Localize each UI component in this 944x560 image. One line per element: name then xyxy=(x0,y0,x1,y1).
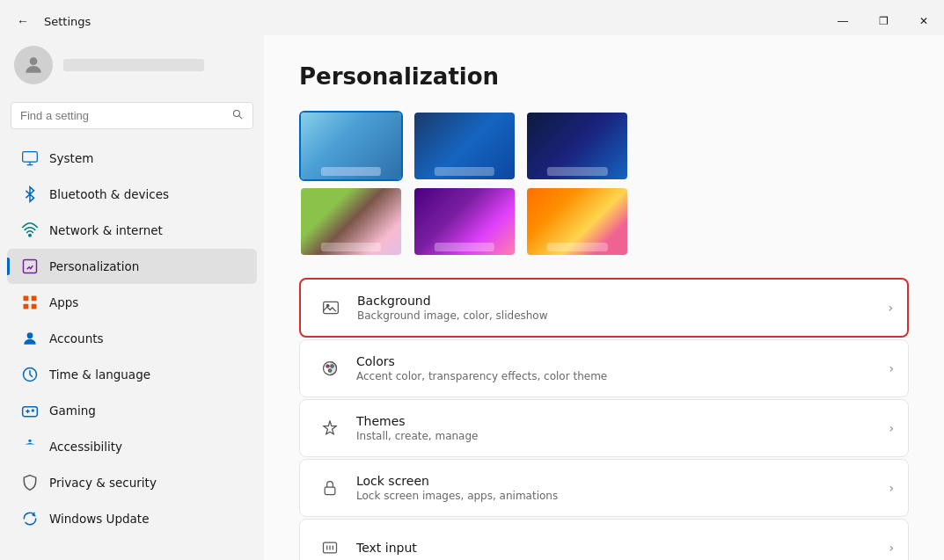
search-input[interactable] xyxy=(20,109,224,122)
wallpaper-item-4[interactable] xyxy=(299,186,403,257)
svg-point-13 xyxy=(28,440,31,442)
settings-item-background[interactable]: Background Background image, color, slid… xyxy=(299,278,909,338)
svg-point-4 xyxy=(29,235,32,237)
wallpaper-item-1[interactable] xyxy=(299,111,403,181)
svg-point-15 xyxy=(326,304,329,307)
svg-point-18 xyxy=(331,365,333,367)
page-title: Personalization xyxy=(299,63,909,90)
svg-rect-6 xyxy=(24,296,29,302)
svg-rect-9 xyxy=(32,304,37,309)
themes-icon xyxy=(314,412,346,444)
textinput-chevron: › xyxy=(889,541,894,555)
username-placeholder xyxy=(63,59,204,71)
colors-title: Colors xyxy=(356,354,889,368)
wallpaper-grid xyxy=(299,111,633,257)
sidebar-item-network[interactable]: Network & internet xyxy=(7,213,257,248)
user-section xyxy=(0,35,264,98)
themes-title: Themes xyxy=(356,414,889,428)
sidebar-item-bluetooth[interactable]: Bluetooth & devices xyxy=(7,177,257,212)
main-container: System Bluetooth & devices Network & int… xyxy=(0,35,944,560)
textinput-title: Text input xyxy=(356,541,889,555)
svg-rect-8 xyxy=(24,304,29,309)
search-icon xyxy=(231,108,244,123)
colors-text: Colors Accent color, transparency effect… xyxy=(356,354,889,382)
textinput-text: Text input xyxy=(356,541,889,555)
personalization-icon xyxy=(21,258,39,275)
sidebar-item-apps[interactable]: Apps xyxy=(7,285,257,320)
lockscreen-chevron: › xyxy=(889,481,894,495)
svg-rect-7 xyxy=(32,296,37,302)
window-controls: — ❐ ✕ xyxy=(823,7,944,35)
accounts-icon xyxy=(21,330,39,347)
gaming-icon xyxy=(21,402,39,419)
settings-list: Background Background image, color, slid… xyxy=(299,278,909,560)
themes-desc: Install, create, manage xyxy=(356,430,889,442)
settings-item-textinput[interactable]: Text input › xyxy=(299,519,909,560)
sidebar-item-accessibility[interactable]: Accessibility xyxy=(7,429,257,464)
background-text: Background Background image, color, slid… xyxy=(357,294,888,322)
system-icon xyxy=(21,149,39,167)
settings-item-themes[interactable]: Themes Install, create, manage › xyxy=(299,399,909,457)
accessibility-icon xyxy=(21,438,39,455)
privacy-icon xyxy=(21,474,39,491)
sidebar: System Bluetooth & devices Network & int… xyxy=(0,35,264,560)
apps-icon xyxy=(21,294,39,311)
search-box[interactable] xyxy=(11,102,253,129)
textinput-icon xyxy=(314,532,346,560)
svg-rect-12 xyxy=(23,407,38,417)
lockscreen-title: Lock screen xyxy=(356,474,889,488)
settings-item-colors[interactable]: Colors Accent color, transparency effect… xyxy=(299,339,909,397)
sidebar-nav: System Bluetooth & devices Network & int… xyxy=(0,140,264,537)
wallpaper-item-2[interactable] xyxy=(413,111,516,181)
sidebar-item-privacy[interactable]: Privacy & security xyxy=(7,465,257,500)
sidebar-item-accounts[interactable]: Accounts xyxy=(7,321,257,356)
search-container xyxy=(0,98,264,140)
minimize-button[interactable]: — xyxy=(823,7,863,35)
sidebar-item-system[interactable]: System xyxy=(7,141,257,176)
wallpaper-item-3[interactable] xyxy=(525,111,629,181)
close-button[interactable]: ✕ xyxy=(904,7,944,35)
avatar xyxy=(14,46,53,84)
background-chevron: › xyxy=(888,301,893,315)
background-icon xyxy=(315,292,347,324)
sidebar-item-update[interactable]: Windows Update xyxy=(7,501,257,536)
svg-point-0 xyxy=(30,57,38,65)
back-button[interactable]: ← xyxy=(11,9,35,33)
settings-item-lockscreen[interactable]: Lock screen Lock screen images, apps, an… xyxy=(299,459,909,517)
themes-chevron: › xyxy=(889,421,894,435)
svg-point-17 xyxy=(326,365,329,367)
wallpaper-item-5[interactable] xyxy=(413,186,516,257)
colors-icon xyxy=(314,353,346,384)
titlebar: ← Settings — ❐ ✕ xyxy=(0,0,944,35)
background-desc: Background image, color, slideshow xyxy=(357,309,888,322)
svg-point-10 xyxy=(27,332,33,338)
background-title: Background xyxy=(357,294,888,308)
themes-text: Themes Install, create, manage xyxy=(356,414,889,442)
titlebar-left: ← Settings xyxy=(0,9,91,33)
colors-desc: Accent color, transparency effects, colo… xyxy=(356,370,889,382)
app-title: Settings xyxy=(44,15,91,28)
network-icon xyxy=(21,222,39,239)
svg-rect-20 xyxy=(325,487,335,494)
update-icon xyxy=(21,510,39,527)
time-icon xyxy=(21,366,39,383)
sidebar-item-time[interactable]: Time & language xyxy=(7,357,257,392)
svg-point-19 xyxy=(328,369,331,372)
sidebar-item-gaming[interactable]: Gaming xyxy=(7,393,257,428)
maximize-button[interactable]: ❐ xyxy=(863,7,904,35)
content-area: Personalization xyxy=(264,35,944,560)
svg-rect-3 xyxy=(23,152,38,163)
lockscreen-desc: Lock screen images, apps, animations xyxy=(356,490,889,502)
colors-chevron: › xyxy=(889,361,894,375)
svg-line-2 xyxy=(239,116,242,119)
lockscreen-icon xyxy=(314,472,346,504)
bluetooth-icon xyxy=(21,185,39,203)
sidebar-item-personalization[interactable]: Personalization xyxy=(7,249,257,284)
lockscreen-text: Lock screen Lock screen images, apps, an… xyxy=(356,474,889,502)
svg-rect-5 xyxy=(24,260,37,273)
wallpaper-item-6[interactable] xyxy=(525,186,629,257)
